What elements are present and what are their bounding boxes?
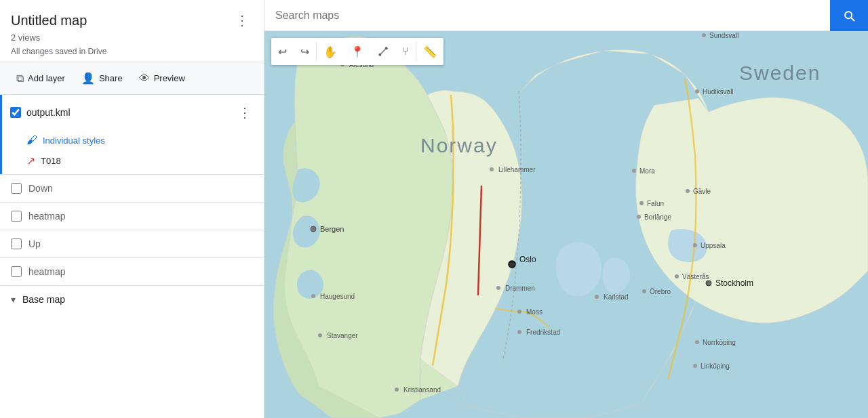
undo-icon: ↩ [278, 45, 287, 58]
toolbar-undo-redo: ↩ ↪ [271, 38, 316, 65]
share-button[interactable]: 👤 Share [76, 68, 128, 89]
svg-text:Fredrikstad: Fredrikstad [526, 329, 560, 336]
individual-styles-row: 🖌 Individual styles [2, 130, 264, 150]
hand-tool-button[interactable]: ✋ [317, 40, 344, 64]
t018-icon: ↗ [26, 154, 35, 167]
svg-point-28 [637, 215, 641, 219]
chevron-down-icon: ▾ [11, 294, 16, 305]
map-title: Untitled map [11, 13, 87, 28]
svg-text:Sundsvall: Sundsvall [709, 32, 738, 39]
layer-checkbox[interactable] [10, 107, 21, 118]
search-button[interactable] [830, 0, 868, 31]
map-toolbar: ↩ ↪ ✋ 📍 ⑂ [271, 38, 443, 65]
layer-title-row: output.kml [10, 107, 71, 118]
sidebar-layers: output.kml ⋮ 🖌 Individual styles ↗ T018 … [0, 95, 264, 418]
svg-point-46 [695, 89, 699, 93]
more-options-button[interactable]: ⋮ [231, 9, 253, 31]
svg-point-20 [517, 330, 521, 334]
layer-down-label: Down [28, 183, 53, 194]
svg-point-30 [686, 189, 690, 193]
redo-icon: ↪ [300, 45, 309, 58]
svg-point-4 [311, 294, 315, 298]
action-bar: ⧉ Add layer 👤 Share 👁 Preview [0, 62, 264, 95]
redo-button[interactable]: ↪ [294, 40, 316, 64]
svg-point-8 [395, 388, 399, 392]
layers-icon: ⧉ [16, 72, 24, 85]
sidebar: Untitled map ⋮ 2 views All changes saved… [0, 0, 264, 418]
add-layer-button[interactable]: ⧉ Add layer [11, 68, 71, 89]
undo-button[interactable]: ↩ [271, 40, 294, 64]
svg-point-38 [706, 280, 711, 286]
layer-up[interactable]: Up [0, 230, 264, 257]
layer-heatmap-1[interactable]: heatmap [0, 202, 264, 230]
svg-text:Gävle: Gävle [693, 188, 711, 195]
base-map-row[interactable]: ▾ Base map [0, 285, 264, 313]
svg-text:Hudiksvall: Hudiksvall [703, 88, 734, 96]
svg-text:Oslo: Oslo [519, 255, 536, 264]
sidebar-header: Untitled map ⋮ 2 views All changes saved… [0, 0, 264, 62]
layer-heatmap1-checkbox[interactable] [11, 211, 22, 222]
map-views: 2 views [11, 33, 253, 43]
svg-text:Falun: Falun [647, 200, 664, 207]
map-area[interactable]: Bergen Haugesund Stavanger Kristiansand … [264, 0, 868, 418]
svg-text:Stavanger: Stavanger [327, 332, 358, 339]
marker-tool-button[interactable]: 📍 [344, 40, 371, 64]
svg-text:Drammen: Drammen [505, 285, 535, 292]
route-tool-button[interactable]: ⑂ [395, 40, 416, 63]
svg-text:Örebro: Örebro [650, 288, 671, 295]
line-tool-button[interactable] [371, 41, 395, 62]
layer-heatmap-2[interactable]: heatmap [0, 257, 264, 285]
main-layer: output.kml ⋮ 🖌 Individual styles ↗ T018 [0, 95, 264, 174]
search-input-container [264, 0, 830, 31]
share-icon: 👤 [81, 72, 95, 85]
svg-text:Sweden: Sweden [739, 62, 821, 84]
ruler-icon: 📏 [423, 45, 437, 58]
svg-point-2 [311, 226, 316, 232]
svg-point-6 [318, 333, 322, 337]
layer-header: output.kml ⋮ [2, 95, 264, 130]
individual-styles-link[interactable]: Individual styles [43, 135, 105, 146]
preview-icon: 👁 [139, 72, 150, 85]
t018-row: ↗ T018 [2, 150, 264, 174]
svg-point-12 [490, 167, 494, 171]
svg-point-26 [639, 201, 644, 205]
layer-down-checkbox[interactable] [11, 183, 22, 194]
base-map-label: Base map [22, 294, 65, 305]
layer-heatmap2-checkbox[interactable] [11, 266, 22, 277]
search-input[interactable] [264, 0, 830, 30]
map-title-row: Untitled map ⋮ [11, 9, 253, 31]
svg-text:Moss: Moss [526, 308, 542, 316]
measure-button[interactable]: 📏 [416, 40, 443, 64]
svg-point-18 [517, 310, 521, 314]
svg-point-36 [642, 289, 646, 293]
share-label: Share [99, 73, 123, 83]
svg-point-16 [496, 286, 500, 290]
map-search-bar [264, 0, 868, 31]
toolbar-tools: ✋ 📍 ⑂ [317, 38, 416, 65]
layer-up-checkbox[interactable] [11, 238, 22, 249]
svg-text:Borlänge: Borlänge [644, 213, 671, 221]
svg-point-14 [509, 261, 515, 268]
layer-down[interactable]: Down [0, 174, 264, 202]
line-draw-icon [378, 46, 389, 57]
layer-heatmap1-label: heatmap [28, 211, 65, 222]
svg-point-42 [693, 364, 697, 368]
preview-button[interactable]: 👁 Preview [134, 68, 191, 89]
map-saved-status: All changes saved in Drive [11, 47, 253, 56]
layer-name: output.kml [26, 107, 71, 118]
preview-label: Preview [154, 73, 185, 83]
toolbar-measure: 📏 [416, 38, 443, 65]
route-icon: ⑂ [402, 45, 409, 58]
marker-icon: 📍 [351, 45, 364, 58]
layer-heatmap2-label: heatmap [28, 266, 65, 277]
hand-icon: ✋ [323, 45, 337, 58]
layer-more-options-button[interactable]: ⋮ [234, 102, 256, 123]
svg-text:Mora: Mora [639, 167, 655, 175]
svg-text:Norrköping: Norrköping [703, 339, 736, 346]
svg-text:Stockholm: Stockholm [715, 278, 753, 288]
svg-text:Haugesund: Haugesund [320, 293, 355, 300]
three-dots-icon: ⋮ [235, 12, 249, 28]
svg-point-44 [702, 33, 706, 37]
svg-text:Norway: Norway [420, 134, 498, 156]
paint-icon: 🖌 [26, 134, 37, 146]
